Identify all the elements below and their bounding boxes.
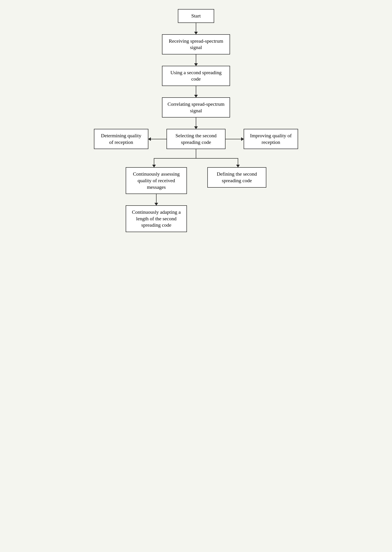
split-h-line xyxy=(154,158,238,159)
arrow-receive-to-use xyxy=(196,55,196,66)
left-arrow-container: Determining quality of reception xyxy=(94,129,167,149)
start-label: Start xyxy=(191,13,201,19)
assess-box: Continuously assessing quality of receiv… xyxy=(126,167,187,194)
split-left-arrow xyxy=(154,158,154,167)
bottom-row: Continuously assessing quality of receiv… xyxy=(123,167,269,232)
start-box: Start xyxy=(178,9,214,23)
improve-box: Improving quality of reception xyxy=(244,129,298,149)
split-right-arrow xyxy=(238,158,238,167)
determine-label: Determining quality of reception xyxy=(101,133,141,145)
split-arrows xyxy=(94,149,298,167)
determine-box: Determining quality of reception xyxy=(94,129,148,149)
horizontal-row: Determining quality of reception Selecti… xyxy=(94,129,298,149)
receive-box: Receiving spread-spectrum signal xyxy=(162,34,230,55)
split-container xyxy=(123,149,269,167)
bottom-right-col: Defining the second spreading code xyxy=(205,167,269,187)
left-arrow-line xyxy=(148,139,167,139)
arrow-start-to-receive xyxy=(196,23,196,34)
define-box: Defining the second spreading code xyxy=(207,167,266,187)
select-box: Selecting the second spreading code xyxy=(167,129,225,149)
select-label: Selecting the second spreading code xyxy=(175,133,217,145)
arrow-assess-to-adapt xyxy=(156,194,156,205)
assess-label: Continuously assessing quality of receiv… xyxy=(133,171,180,190)
arrow-use-to-correlate xyxy=(196,86,196,97)
correlate-label: Correlating spread-spectrum signal xyxy=(168,101,224,113)
improve-label: Improving quality of reception xyxy=(250,133,292,145)
bottom-left-col: Continuously assessing quality of receiv… xyxy=(123,167,189,232)
adapt-label: Continuously adapting a length of the se… xyxy=(132,209,181,228)
arrow-correlate-to-select xyxy=(196,118,196,129)
receive-label: Receiving spread-spectrum signal xyxy=(169,38,223,50)
flowchart: Start Receiving spread-spectrum signal U… xyxy=(94,9,298,232)
split-center-line xyxy=(196,149,196,158)
adapt-box: Continuously adapting a length of the se… xyxy=(126,205,187,232)
use-code-box: Using a second spreading code xyxy=(162,66,230,86)
correlate-box: Correlating spread-spectrum signal xyxy=(162,97,230,118)
use-code-label: Using a second spreading code xyxy=(170,70,221,82)
right-arrow-container: Improving quality of reception xyxy=(225,129,298,149)
right-arrow-line xyxy=(225,139,244,139)
define-label: Defining the second spreading code xyxy=(217,171,257,183)
